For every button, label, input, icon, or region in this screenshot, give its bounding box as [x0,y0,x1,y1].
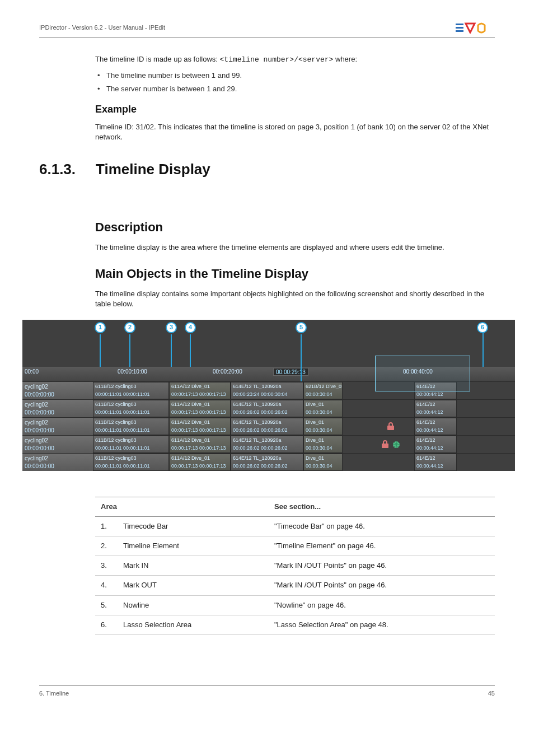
marker-5-line [301,334,302,367]
track-label: cycling02 00:00:00:00 [22,400,93,417]
table-row: 5. Nowline "Nowline" on page 46. [95,595,495,615]
timeline-element[interactable]: 611A/12 Dive_01 00:00:17:13 00:00:17:13 [169,400,231,417]
section-title: Timeline Display [96,159,210,179]
marker-5: 5 [296,322,307,333]
timeline-element[interactable]: 614E/12 TL_120920a 00:00:26:02 00:00:26:… [231,454,303,471]
row-name: Nowline [118,595,269,615]
track-name: cycling02 [25,401,91,409]
row-name: Timecode Bar [118,516,269,536]
track-name: cycling02 [25,437,91,445]
table-head-area: Area [95,497,269,516]
timeline-element[interactable]: 611A/12 Dive_01 00:00:17:13 00:00:17:13 [169,436,231,453]
nowline-timecode: 00:00:29:13 [273,368,308,376]
ruler-label-2: 00:00:20:00 [213,368,242,376]
clip-badge-icons [386,422,395,431]
track-row: cycling02 00:00:00:00 611B/12 cycling03 … [22,417,515,435]
evs-logo-icon [456,22,495,34]
track-time: 00:00:00:00 [25,445,91,452]
svg-marker-3 [466,24,475,32]
timeline-element[interactable]: 611B/12 cycling03 00:00:11:01 00:00:11:0… [93,400,169,417]
track-name: cycling02 [25,383,91,391]
timeline-element[interactable]: Dive_01 00:00:30:04 [303,400,343,417]
lasso-selection-area[interactable] [375,356,470,391]
timeline-screenshot: 1 2 3 4 5 6 00:00 00:00:10:00 00:00:20:0… [22,320,515,471]
timeline-element[interactable]: 621B/12 Dive_01 00:00:30:04 [303,382,343,399]
row-see: "Timeline Element" on page 46. [269,536,495,556]
row-num: 5. [95,595,118,615]
page-header: IPDirector - Version 6.2 - User Manual -… [39,0,495,38]
intro-line1-code: <timeline number>/<server> [220,55,334,64]
row-num: 2. [95,536,118,556]
timeline-element[interactable]: 611B/12 cycling03 00:00:11:01 00:00:11:0… [93,382,169,399]
svg-rect-1 [456,27,463,29]
marker-1-line [100,334,101,367]
track-row: cycling02 00:00:00:00 611B/12 cycling03 … [22,453,515,471]
clip-badge-icons [381,440,401,449]
row-see: "Mark IN /OUT Points" on page 46. [269,576,495,595]
row-name: Timeline Element [118,536,269,556]
footer-right: 45 [488,689,495,698]
example-text: Timeline ID: 31/02. This indicates that … [95,122,495,142]
table-row: 3. Mark IN "Mark IN /OUT Points" on page… [95,556,495,576]
timeline-element[interactable]: 614E/12 TL_120920a 00:00:26:02 00:00:26:… [231,436,303,453]
globe-icon [392,440,401,449]
intro-line1: The timeline ID is made up as follows: <… [95,54,495,65]
table-row: 1. Timecode Bar "Timecode Bar" on page 4… [95,516,495,536]
mainobjects-heading: Main Objects in the Timeline Display [95,265,495,283]
svg-rect-4 [387,426,394,430]
row-name: Mark IN [118,556,269,576]
svg-rect-2 [456,30,463,32]
timeline-element[interactable]: 611A/12 Dive_01 00:00:17:13 00:00:17:13 [169,454,231,471]
mainobjects-text: The timeline display contains some impor… [95,289,495,309]
timeline-element[interactable]: 614E/12 00:00:44:12 [414,418,457,435]
row-name: Lasso Selection Area [118,615,269,634]
timeline-element[interactable]: Dive_01 00:00:30:04 [303,436,343,453]
locked-icon [381,440,390,449]
description-heading: Description [95,219,495,236]
track-row: cycling02 00:00:00:00 611B/12 cycling03 … [22,435,515,453]
row-see: "Mark IN /OUT Points" on page 46. [269,556,495,576]
intro-bullets: The timeline number is between 1 and 99.… [97,71,495,94]
timeline-element[interactable]: 614E/12 TL_120920a 00:00:26:02 00:00:26:… [231,418,303,435]
svg-rect-5 [382,444,388,448]
locked-icon [386,422,395,431]
row-see: "Nowline" on page 46. [269,595,495,615]
timeline-element[interactable]: 614E/12 00:00:44:12 [414,436,457,453]
timeline-element[interactable]: 611A/12 Dive_01 00:00:17:13 00:00:17:13 [169,382,231,399]
track-label: cycling02 00:00:00:00 [22,436,93,453]
svg-rect-0 [456,24,463,25]
timeline-element[interactable]: 614E/12 00:00:44:12 [414,400,457,417]
description-text: The timeline display is the area where t… [95,242,495,253]
timeline-element[interactable]: Dive_01 00:00:30:04 [303,418,343,435]
timeline-element[interactable]: 611A/12 Dive_01 00:00:17:13 00:00:17:13 [169,418,231,435]
section-number: 6.1.3. [39,159,76,179]
row-name: Mark OUT [118,576,269,595]
marker-2: 2 [124,322,135,333]
timeline-element[interactable]: 611B/12 cycling03 00:00:11:01 00:00:11:0… [93,436,169,453]
row-see: "Lasso Selection Area" on page 48. [269,615,495,634]
timeline-element[interactable]: 614E/12 TL_120920a 00:00:23:24 00:00:30:… [231,382,303,399]
track-label: cycling02 00:00:00:00 [22,454,93,471]
timeline-element[interactable]: 611B/12 cycling03 00:00:11:01 00:00:11:0… [93,454,169,471]
track-name: cycling02 [25,455,91,463]
intro-line1-post: where: [333,55,357,63]
row-num: 3. [95,556,118,576]
timeline-element[interactable]: Dive_01 00:00:30:04 [303,454,343,471]
table-row: 4. Mark OUT "Mark IN /OUT Points" on pag… [95,576,495,595]
timeline-element[interactable]: 611B/12 cycling03 00:00:11:01 00:00:11:0… [93,418,169,435]
track-time: 00:00:00:00 [25,463,91,470]
area-table: Area See section... 1. Timecode Bar "Tim… [95,497,495,635]
table-row: 2. Timeline Element "Timeline Element" o… [95,536,495,556]
table-row: 6. Lasso Selection Area "Lasso Selection… [95,615,495,634]
page-footer: 6. Timeline 45 [39,685,495,698]
example-heading: Example [95,102,495,116]
marker-6: 6 [477,322,488,333]
footer-left: 6. Timeline [39,689,69,698]
tracks-area: cycling02 00:00:00:00 611B/12 cycling03 … [22,381,515,471]
timeline-element[interactable]: 614E/12 TL_120920a 00:00:26:02 00:00:26:… [231,400,303,417]
row-num: 1. [95,516,118,536]
timeline-element[interactable]: 614E/12 00:00:44:12 [414,454,457,471]
marker-1: 1 [95,322,106,333]
ruler-label-0: 00:00 [25,368,39,376]
table-head-see: See section... [269,497,495,516]
